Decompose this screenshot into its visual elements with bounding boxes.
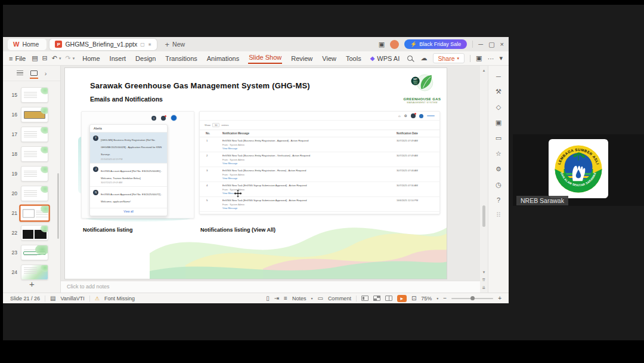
next-slide-icon[interactable]: ⇊ — [482, 285, 486, 290]
tab-document[interactable]: P GHGMS_Briefing_v1.pptx ▢ ∗ — [49, 39, 157, 50]
panel-expand-icon[interactable]: › — [45, 70, 47, 77]
zoom-slider[interactable] — [451, 298, 493, 299]
menu-item[interactable]: Design — [135, 54, 156, 63]
slideshow-play-button[interactable]: ▶ — [397, 295, 407, 302]
reading-view-icon[interactable] — [385, 296, 392, 301]
menu-item[interactable]: Slide Show — [248, 53, 282, 64]
vertical-scrollbar[interactable]: ▴ ▾ ⇈ ⇊ — [480, 66, 488, 293]
scroll-up-icon[interactable]: ▴ — [483, 68, 485, 73]
favorites-icon[interactable]: ☆ — [496, 150, 501, 158]
menu-item[interactable]: Tools — [345, 54, 362, 63]
search-icon[interactable] — [407, 56, 413, 61]
menu-toolbar: ≡ File ▤ ⊟ ↶ ▾ ↷ ▾ Home Insert Design — [3, 51, 509, 66]
slide-thumbnail[interactable] — [21, 146, 48, 162]
slide-thumbnail-row[interactable]: 17 — [3, 124, 60, 144]
settings-icon[interactable]: ⚙ — [496, 165, 501, 173]
theme-name[interactable]: VanillaVTI — [61, 296, 85, 302]
slide-view-icon[interactable] — [30, 70, 38, 76]
collapse-rail-icon[interactable]: ─ — [496, 73, 501, 80]
slide-thumbnail-row[interactable]: 15 — [3, 85, 60, 104]
apps-grid-icon[interactable]: ⠿ — [496, 211, 501, 219]
thumbnail-green-shape — [41, 87, 48, 94]
slide-thumbnail-row[interactable]: 21 — [3, 203, 60, 223]
zoom-in-icon[interactable]: + — [498, 296, 501, 302]
slide-thumbnail[interactable] — [19, 204, 50, 222]
slide-thumbnail[interactable] — [21, 107, 48, 122]
zoom-level[interactable]: 75% — [421, 296, 432, 302]
zoom-dropdown-icon[interactable]: ▾ — [436, 296, 438, 300]
zoom-out-icon[interactable]: − — [443, 296, 447, 302]
slide-thumbnail[interactable] — [21, 127, 48, 142]
menu-item[interactable]: Home — [82, 54, 100, 63]
menu-item[interactable]: View — [321, 54, 337, 63]
menu-item[interactable]: Insert — [109, 54, 127, 63]
notes-dropdown-icon[interactable]: ▾ — [311, 296, 312, 300]
file-menu-button[interactable]: ≡ File — [9, 55, 26, 62]
menu-item[interactable]: Animations — [206, 54, 240, 63]
slide-thumbnail-row[interactable]: 18 — [3, 144, 60, 164]
comment-panel-icon[interactable]: ▭ — [496, 134, 501, 142]
wps-ai-button[interactable]: ◆ WPS AI — [370, 55, 400, 62]
slide-thumbnail[interactable] — [21, 225, 48, 241]
account-avatar[interactable] — [390, 40, 399, 49]
cloud-sync-icon[interactable]: ☁ — [421, 54, 428, 62]
font-missing-warning[interactable]: Font Missing — [104, 296, 135, 302]
outline-view-icon[interactable] — [17, 70, 23, 76]
ai-assistant-icon[interactable]: ◇ — [496, 103, 501, 111]
thumbnail-scrollbar[interactable] — [57, 173, 59, 239]
slide-thumbnail[interactable] — [21, 87, 48, 103]
save-icon[interactable]: ▤ — [32, 54, 38, 62]
normal-view-icon[interactable] — [361, 296, 369, 301]
scroll-down-icon[interactable]: ▾ — [483, 270, 485, 275]
slide-thumbnail-row[interactable]: 22 — [3, 223, 60, 242]
tools-icon[interactable]: ⚒ — [496, 88, 501, 96]
window-stack-icon[interactable]: ▣ — [379, 41, 385, 48]
scrollbar-thumb[interactable] — [482, 205, 485, 227]
menu-item[interactable]: Transitions — [165, 54, 197, 63]
notes-input-area[interactable]: Click to add notes — [61, 281, 480, 293]
slide-thumbnail-row[interactable]: 16 — [3, 104, 60, 124]
add-slide-button[interactable]: + — [3, 279, 61, 289]
caption-left: Notifications listing — [83, 227, 133, 233]
slide-thumbnail[interactable] — [21, 245, 48, 260]
promo-button[interactable]: ⚡ Black Friday Sale — [404, 39, 467, 49]
slide-number: 22 — [7, 230, 17, 236]
slide-thumbnail-row[interactable]: 19 — [3, 164, 60, 183]
history-icon[interactable]: ◷ — [496, 181, 501, 189]
zoom-slider-knob[interactable] — [470, 296, 475, 300]
redo-dropdown-icon[interactable]: ▾ — [73, 56, 75, 61]
slide-thumbnail-row[interactable]: 20 — [3, 183, 60, 203]
previous-slide-icon[interactable]: ⇈ — [482, 278, 486, 282]
phone-view-icon[interactable]: ▯ — [266, 296, 270, 302]
share-button[interactable]: Share ▾ — [433, 53, 465, 63]
maximize-button[interactable]: ▢ — [488, 41, 494, 48]
redo-icon[interactable]: ↷ — [66, 54, 71, 62]
close-button[interactable]: × — [500, 41, 504, 48]
slide-21[interactable]: Sarawak Greenhouse Gas Management System… — [64, 67, 447, 279]
comment-button[interactable]: Comment — [328, 296, 351, 302]
row-date: 30/7/2025 07:49 AM — [397, 139, 439, 150]
undo-dropdown-icon[interactable]: ▾ — [59, 56, 61, 61]
new-tab-button[interactable]: + New — [165, 40, 185, 49]
undo-icon[interactable]: ↶ — [52, 54, 57, 62]
slide-thumbnail-row[interactable]: 23 — [3, 242, 60, 262]
row-number: 1 — [200, 139, 222, 150]
more-options-icon[interactable]: ··· — [487, 55, 494, 62]
participant-video-tile[interactable]: LEMBAGA SUMBER ASLI DAN ALAM SEKITAR SAR… — [513, 134, 644, 206]
print-icon[interactable]: ⊟ — [42, 54, 48, 62]
shapes-icon[interactable]: ▣ — [496, 119, 501, 127]
fit-slide-icon[interactable]: ⊡ — [411, 296, 416, 302]
show-label: Show — [205, 124, 210, 127]
help-icon[interactable]: ? — [497, 196, 500, 204]
slide-sorter-icon[interactable] — [373, 296, 380, 301]
slide-thumbnail[interactable] — [21, 166, 48, 182]
slide-thumbnail[interactable] — [21, 264, 48, 280]
slide-thumbnail[interactable] — [21, 186, 48, 201]
menu-item[interactable]: Review — [290, 54, 313, 63]
toolbar-layout-icon[interactable]: ▣ — [476, 54, 482, 62]
export-icon[interactable]: ⇥ — [274, 296, 279, 302]
tab-home[interactable]: W Home — [8, 39, 47, 50]
notes-toggle[interactable]: Notes — [292, 296, 306, 302]
minimize-button[interactable]: ─ — [478, 41, 483, 48]
collapse-ribbon-icon[interactable]: ▾ — [499, 54, 503, 62]
